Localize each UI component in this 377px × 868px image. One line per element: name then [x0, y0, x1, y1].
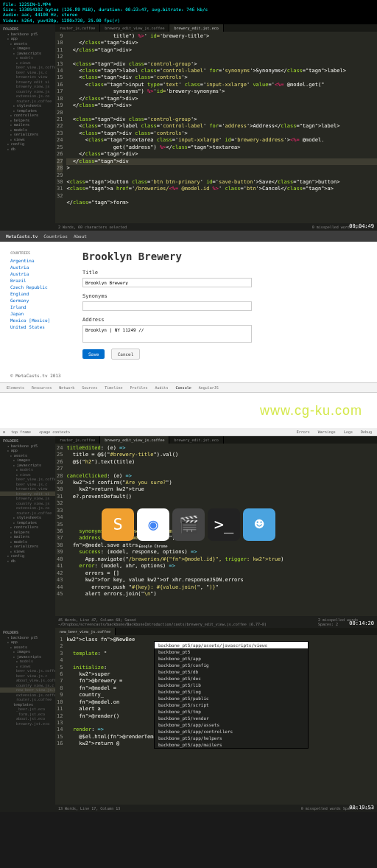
dock-app-quicktime[interactable]: 🎬	[172, 508, 205, 541]
country-link[interactable]: Austria	[10, 264, 69, 270]
frame-select[interactable]: top frame	[9, 429, 33, 435]
status-left: 45 Words, Line 47, Column 68; Saved ~/Dr…	[58, 617, 318, 626]
dock-app-finder[interactable]: ☻	[243, 508, 275, 541]
clear-icon[interactable]: ⊘	[3, 430, 5, 434]
filter-errors[interactable]: Errors	[295, 429, 312, 435]
filter-debug[interactable]: Debug	[359, 429, 374, 435]
autocomplete-item[interactable]: backbone_pt5/doc	[155, 675, 308, 682]
tab[interactable]: router_js.coffee	[55, 24, 100, 32]
copyright: © MetaCasts.tv 2013	[0, 368, 377, 382]
tab-active[interactable]: brewery_edit_view_js.coffee	[100, 436, 169, 444]
devtools-tab[interactable]: Profiles	[126, 385, 151, 391]
tab[interactable]: router_js.coffee	[55, 436, 100, 444]
sidebar-header: FOLDERS	[0, 629, 55, 635]
country-link[interactable]: Austria	[10, 270, 69, 277]
devtools-tab[interactable]: Elements	[3, 385, 28, 391]
tab[interactable]: brewery_edit.jst.eco	[169, 436, 223, 444]
autocomplete-item[interactable]: backbone_pt5/app/controllers	[155, 728, 308, 735]
save-button[interactable]: Save	[82, 349, 105, 359]
nav-link[interactable]: About	[74, 234, 87, 239]
countries-header: COUNTRIES	[10, 251, 69, 255]
sidebar[interactable]: FOLDERS backbone_pt5 appassetsimagesjava…	[0, 24, 55, 231]
autocomplete-item[interactable]: backbone_pt5/public	[155, 695, 308, 701]
autocomplete-item[interactable]: backbone_pt5/app/assets	[155, 721, 308, 728]
dock-app-terminal[interactable]: >_	[208, 508, 240, 541]
code-area: router_js.coffee brewery_edit_view_js.co…	[55, 24, 377, 231]
devtools-tab[interactable]: Console	[172, 385, 195, 391]
sidebar[interactable]: FOLDERS backbone_pt5 appassetsimagesjava…	[0, 436, 55, 628]
filter-logs[interactable]: Logs	[342, 429, 355, 435]
tab[interactable]: brewery_edit_view_js.coffee	[100, 24, 169, 32]
autocomplete-item[interactable]: backbone_pt5/db	[155, 668, 308, 675]
country-link[interactable]: Czech Republic	[10, 284, 69, 290]
status-bar: 2 Words, 60 characters selected 0 misspe…	[55, 223, 377, 231]
countries-list: COUNTRIES ArgentinaAustriaAustriaBrazilC…	[10, 251, 69, 360]
file-info-line: Video: h264, yuv420p, 1280x720, 25.00 fp…	[3, 18, 374, 23]
sidebar-item[interactable]: db	[0, 559, 55, 564]
sidebar[interactable]: FOLDERS backbone_pt5 appassetsimagesjava…	[0, 628, 55, 812]
status-bar: 13 Words, Line 17, Column 13 0 misspelle…	[55, 805, 377, 812]
autocomplete-item[interactable]: backbone_pt5/vendor	[155, 715, 308, 721]
autocomplete-item[interactable]: backbone_pt5/app	[155, 655, 308, 662]
country-link[interactable]: England	[10, 290, 69, 297]
file-info: File: 1225IN~1.MP4 Size: 133054102 bytes…	[0, 0, 377, 24]
line-gutter: 12345678910111213141516	[55, 635, 66, 805]
editor-panel-3: FOLDERS backbone_pt5 appassetsimagesjava…	[0, 628, 377, 812]
country-link[interactable]: Mexico [Mexico]	[10, 317, 69, 323]
country-link[interactable]: Germany	[10, 297, 69, 304]
autocomplete-popup[interactable]: backbone_pt5/app/assets/javascripts/view…	[154, 641, 309, 749]
timecode: 00:04:49	[349, 223, 374, 229]
label-synonyms: Synonyms	[82, 293, 367, 299]
devtools-tab[interactable]: Audits	[152, 385, 172, 391]
code-content[interactable]: title") %>' id='brewery-title'> </class=…	[66, 32, 377, 223]
console-filter-bar: ⊘ top frame <page context> Errors Warnin…	[0, 428, 377, 436]
country-link[interactable]: Brazil	[10, 277, 69, 284]
title-input[interactable]	[82, 278, 252, 287]
synonyms-input[interactable]	[82, 301, 252, 311]
cancel-button[interactable]: Cancel	[111, 349, 141, 360]
nav-link[interactable]: Countries	[43, 234, 68, 239]
dock-app-sublime[interactable]: S	[102, 508, 134, 541]
nav-logo[interactable]: MetaCasts.tv	[6, 234, 38, 239]
autocomplete-item[interactable]: backbone_pt5	[155, 648, 308, 655]
editor-tabs: router_js.coffee brewery_edit_view_js.co…	[55, 24, 377, 32]
devtools-console[interactable]: www.cg-ku.com	[0, 393, 377, 428]
tab-active[interactable]: new_beer_view_js.coffee	[55, 628, 116, 635]
status-left: 2 Words, 60 characters selected	[58, 225, 127, 229]
country-link[interactable]: United States	[10, 323, 69, 330]
sidebar-item[interactable]: brewery.jst.eco	[0, 721, 55, 727]
autocomplete-item[interactable]: backbone_pt5/log	[155, 688, 308, 695]
tab-active[interactable]: brewery_edit.jst.eco	[169, 24, 223, 32]
filter-warnings[interactable]: Warnings	[316, 429, 338, 435]
line-gutter: 9101112131415161718192021222324252627282…	[55, 32, 66, 223]
label-title: Title	[82, 270, 367, 276]
code-editor[interactable]: 9101112131415161718192021222324252627282…	[55, 32, 377, 223]
sidebar-item[interactable]: db	[0, 147, 55, 152]
devtools-tab[interactable]: Resources	[28, 385, 55, 391]
autocomplete-item[interactable]: backbone_pt5/lib	[155, 682, 308, 688]
sidebar-header: FOLDERS	[0, 438, 55, 444]
context-select[interactable]: <page context>	[37, 429, 72, 435]
address-textarea[interactable]: Brooklyn | NY 11249 //	[82, 325, 252, 343]
autocomplete-item[interactable]: backbone_pt5/config	[155, 662, 308, 668]
country-link[interactable]: Argentina	[10, 257, 69, 264]
editor-tabs: new_beer_view_js.coffee	[55, 628, 377, 635]
autocomplete-item[interactable]: backbone_pt5/app/helpers	[155, 735, 308, 741]
country-link[interactable]: Japan	[10, 310, 69, 317]
dock-label: Google Chrome	[138, 544, 167, 548]
devtools-tab[interactable]: Timeline	[101, 385, 126, 391]
devtools-tab[interactable]: Network	[55, 385, 78, 391]
file-info-line: File: 1225IN~1.MP4	[3, 1, 374, 7]
file-info-line: Audio: aac, 44100 Hz, stereo	[3, 12, 374, 17]
dock-app-chrome[interactable]: ◉Google Chrome	[137, 508, 169, 541]
autocomplete-item[interactable]: backbone_pt5/app/assets/javascripts/view…	[155, 642, 308, 648]
page-title: Brooklyn Brewery	[82, 251, 367, 262]
autocomplete-item[interactable]: backbone_pt5/app/mailers	[155, 741, 308, 748]
devtools-tab[interactable]: Sources	[78, 385, 101, 391]
country-link[interactable]: Irland	[10, 304, 69, 310]
file-info-line: Size: 133054102 bytes (126.89 MiB), dura…	[3, 7, 374, 12]
devtools-tabs: ElementsResourcesNetworkSourcesTimelineP…	[0, 383, 377, 393]
autocomplete-item[interactable]: backbone_pt5/tmp	[155, 708, 308, 715]
devtools-tab[interactable]: AngularJS	[195, 385, 222, 391]
autocomplete-item[interactable]: backbone_pt5/script	[155, 701, 308, 708]
